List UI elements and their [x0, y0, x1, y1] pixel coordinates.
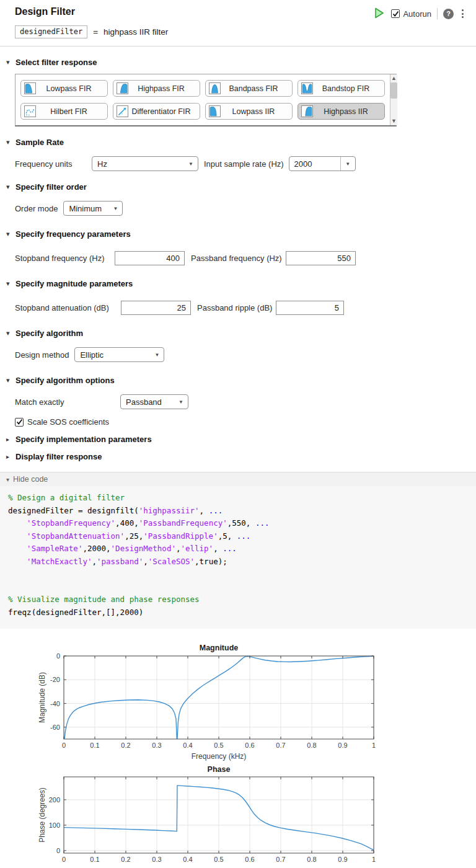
checkmark-icon [392, 11, 399, 17]
run-button[interactable] [373, 7, 386, 20]
autorun-label: Autorun [403, 9, 431, 19]
code-line: 'StopbandFrequency',400,'PassbandFrequen… [8, 517, 476, 530]
passband-frequency-input[interactable] [286, 251, 356, 265]
bandstop-fir-icon [301, 82, 313, 94]
scale-sos-label: Scale SOS coefficients [27, 417, 109, 427]
svg-text:200: 200 [49, 796, 60, 804]
svg-text:0: 0 [62, 856, 66, 863]
filter-button-row: Hilbert FIRDifferentiator FIRLowpass IIR… [20, 103, 385, 120]
svg-text:0.3: 0.3 [152, 856, 161, 863]
collapse-triangle-icon: ▾ [6, 230, 12, 238]
svg-text:0.5: 0.5 [214, 856, 223, 863]
passband-ripple-input[interactable] [276, 301, 344, 315]
page-title: Design Filter [15, 6, 75, 17]
header-separator [0, 46, 476, 46]
magnitude-plot: 00.10.20.30.40.50.60.70.80.91-60-40-200M… [0, 641, 476, 763]
frequency-units-label: Frequency units [15, 159, 92, 169]
generated-code-block: % Design a digital filterdesignedFilter … [0, 486, 476, 629]
header-controls: Autorun ? [373, 6, 466, 20]
section-algorithm-options[interactable]: ▾ Specify algorithm options [6, 376, 461, 385]
svg-text:0.7: 0.7 [276, 742, 285, 749]
hilbert-fir-icon [24, 105, 36, 117]
input-sample-rate-label: Input sample rate (Hz) [204, 159, 284, 169]
svg-text:-40: -40 [50, 700, 60, 707]
scroll-down-icon[interactable]: ▼ [391, 118, 397, 124]
section-select-filter-response[interactable]: ▾ Select filter response [6, 58, 461, 67]
svg-text:0.2: 0.2 [121, 742, 130, 749]
svg-text:0.8: 0.8 [307, 856, 316, 863]
match-exactly-dropdown[interactable]: Passband ▼ [120, 394, 188, 409]
autorun-checkbox[interactable] [391, 9, 400, 18]
code-line: freqz(designedFilter,[],2000) [8, 606, 476, 619]
filter-button-differentiator-fir[interactable]: Differentiator FIR [113, 103, 200, 120]
filter-button-lowpass-fir[interactable]: Lowpass FIR [20, 80, 108, 97]
section-magnitude-parameters[interactable]: ▾ Specify magnitude parameters [6, 279, 461, 288]
filter-button-label: Bandpass FIR [221, 84, 289, 93]
svg-text:0: 0 [56, 847, 60, 854]
svg-text:0.4: 0.4 [183, 742, 192, 749]
highpass-iir-icon [301, 105, 313, 117]
kebab-menu-icon[interactable] [459, 8, 466, 19]
svg-text:0.5: 0.5 [214, 742, 223, 749]
task-header: Design Filter Autorun ? [0, 0, 476, 20]
section-algorithm[interactable]: ▾ Specify algorithm [6, 329, 461, 338]
svg-text:0: 0 [56, 652, 60, 660]
frequency-units-dropdown[interactable]: Hz ▼ [92, 156, 198, 171]
code-line: % Visualize magnitude and phase response… [8, 593, 476, 606]
svg-text:0.8: 0.8 [307, 742, 316, 749]
scroll-up-icon[interactable]: ▲ [391, 76, 397, 81]
svg-text:100: 100 [49, 822, 60, 829]
section-filter-order[interactable]: ▾ Specify filter order [6, 182, 461, 192]
stopband-frequency-input[interactable] [115, 251, 185, 265]
filter-button-bandpass-fir[interactable]: Bandpass FIR [205, 80, 293, 97]
svg-text:0.9: 0.9 [338, 742, 347, 749]
filter-panel-scrollbar[interactable]: ▲ ▼ [390, 74, 397, 125]
output-assignment: designedFilter = highpass IIR filter [15, 25, 461, 38]
input-sample-rate-combobox[interactable]: 2000 ▼ [289, 156, 356, 171]
svg-text:0.6: 0.6 [245, 742, 254, 749]
svg-text:0.2: 0.2 [121, 856, 130, 863]
filter-button-label: Highpass IIR [313, 107, 381, 116]
scrollbar-thumb[interactable] [390, 82, 397, 99]
hide-code-toggle[interactable]: ▾ Hide code [0, 472, 476, 486]
lowpass-iir-icon [209, 105, 221, 117]
design-method-dropdown[interactable]: Elliptic ▼ [74, 347, 164, 362]
highpass-fir-icon [117, 82, 128, 94]
svg-text:Phase (degrees): Phase (degrees) [38, 787, 46, 843]
filter-response-panel: Lowpass FIRHighpass FIRBandpass FIRBands… [15, 74, 397, 126]
code-line: 'MatchExactly','passband','ScaleSOS',tru… [8, 556, 476, 569]
filter-button-lowpass-iir[interactable]: Lowpass IIR [205, 103, 293, 120]
header-divider [437, 8, 438, 19]
order-mode-dropdown[interactable]: Minimum ▼ [63, 201, 123, 216]
filter-button-hilbert-fir[interactable]: Hilbert FIR [20, 103, 108, 120]
collapse-triangle-icon: ▾ [6, 183, 12, 191]
scale-sos-checkbox[interactable] [15, 418, 24, 427]
filter-button-bandstop-fir[interactable]: Bandstop FIR [298, 80, 385, 97]
filter-button-highpass-iir[interactable]: Highpass IIR [298, 103, 385, 120]
section-sample-rate[interactable]: ▾ Sample Rate [6, 138, 461, 147]
filter-button-highpass-fir[interactable]: Highpass FIR [113, 80, 200, 97]
svg-text:-60: -60 [50, 724, 60, 731]
svg-text:Magnitude (dB): Magnitude (dB) [38, 672, 46, 723]
section-implementation-parameters[interactable]: ▸ Specify implementation parameters [6, 435, 461, 444]
code-line [8, 568, 476, 581]
stopband-attenuation-input[interactable] [121, 301, 191, 315]
section-display-filter-response[interactable]: ▸ Display filter response [6, 452, 461, 461]
collapse-triangle-icon: ▾ [6, 280, 12, 288]
code-line: designedFilter = designfilt('highpassiir… [8, 505, 476, 518]
code-line [8, 581, 476, 594]
passband-frequency-label: Passband frequency (Hz) [191, 254, 286, 263]
order-mode-label: Order mode [15, 204, 58, 213]
section-frequency-parameters[interactable]: ▾ Specify frequency parameters [6, 229, 461, 239]
help-icon[interactable]: ? [443, 9, 454, 19]
chevron-down-icon: ▼ [188, 161, 193, 167]
chevron-down-icon[interactable]: ▼ [340, 157, 355, 170]
filter-button-label: Highpass FIR [128, 84, 196, 93]
match-exactly-label: Match exactly [15, 397, 120, 407]
svg-text:0.6: 0.6 [245, 856, 254, 863]
code-line: % Design a digital filter [8, 492, 476, 505]
output-variable-field[interactable]: designedFilter [15, 25, 87, 38]
svg-text:Magnitude: Magnitude [200, 644, 239, 652]
filter-button-label: Differentiator FIR [128, 107, 196, 116]
collapse-triangle-icon: ▾ [6, 329, 12, 337]
